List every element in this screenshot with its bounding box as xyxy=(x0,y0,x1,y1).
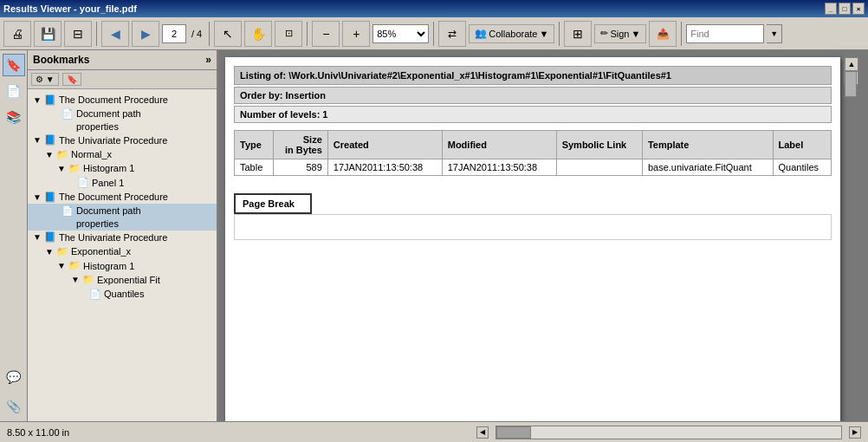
tree-expander-doc-proc-2[interactable]: ▼ xyxy=(31,191,43,203)
close-button[interactable]: × xyxy=(852,3,865,15)
tree-expander-univ-proc-1[interactable]: ▼ xyxy=(31,134,43,146)
tree-item-histogram-2[interactable]: ▼ 📁 Histogram 1 xyxy=(28,259,217,273)
toolbar-separator-5 xyxy=(559,22,560,46)
col-header-type: Type xyxy=(235,131,274,159)
zoom-select[interactable]: 85% 100% 75% 50% 125% 150% xyxy=(372,24,429,43)
attachments-nav-icon[interactable]: 📎 xyxy=(3,395,25,418)
zoom-in-button[interactable]: + xyxy=(342,21,370,47)
tree-item-doc-path-2[interactable]: 📄 Document pathproperties xyxy=(28,204,217,231)
pdf-order-by: Order by: Insertion xyxy=(234,87,832,104)
tree-item-univ-proc-1[interactable]: ▼ 📘 The Univariate Procedure xyxy=(28,133,217,147)
scroll-right-button[interactable]: ▶ xyxy=(849,426,861,439)
pages-nav-icon[interactable]: 📄 xyxy=(3,80,25,102)
tree-item-doc-path-1[interactable]: 📄 Document pathproperties xyxy=(28,107,217,133)
find-dropdown-button[interactable]: ▼ xyxy=(767,24,782,43)
page-icon-quantiles: 📄 xyxy=(88,288,102,300)
horizontal-scrollbar[interactable] xyxy=(496,426,842,439)
tree-label-doc-path-2: Document pathproperties xyxy=(76,205,141,230)
select-tool-button[interactable]: ⊡ xyxy=(275,21,302,47)
page-icon-doc-path-1: 📄 xyxy=(61,107,74,120)
toolbar-separator-6 xyxy=(681,22,682,46)
send-to-button[interactable]: 📤 xyxy=(649,21,677,47)
tree-label-univ-proc-2: The Univariate Procedure xyxy=(59,231,167,244)
tree-label-doc-path-1: Document pathproperties xyxy=(76,107,141,133)
scroll-thumb[interactable] xyxy=(845,71,857,97)
minimize-button[interactable]: _ xyxy=(825,3,837,15)
tree-label-doc-proc-1: The Document Procedure xyxy=(59,94,168,106)
horizontal-scroll-thumb[interactable] xyxy=(496,426,531,439)
tree-expander-normal-x[interactable]: ▼ xyxy=(43,148,55,160)
pdf-data-table: Type Sizein Bytes Created Modified Symbo… xyxy=(234,130,832,176)
scroll-left-button[interactable]: ◀ xyxy=(476,426,489,439)
app-title: Results Viewer - your_file.pdf xyxy=(3,3,137,14)
tree-item-panel-1[interactable]: 📄 Panel 1 xyxy=(28,176,217,190)
maximize-button[interactable]: □ xyxy=(839,3,851,15)
cell-template: base.univariate.FitQuant xyxy=(642,159,773,176)
zoom-out-button[interactable]: − xyxy=(312,21,340,47)
bookmark-title: Bookmarks xyxy=(33,54,89,66)
forward-button[interactable]: ▶ xyxy=(132,21,159,47)
fit-page-button[interactable]: ⊞ xyxy=(564,21,592,47)
comments-nav-icon[interactable]: 💬 xyxy=(3,366,25,388)
bookmark-options-button[interactable]: ⚙ ▼ xyxy=(31,73,59,86)
tree-expander-doc-path-2 xyxy=(54,205,61,217)
toolbar-separator-1 xyxy=(96,22,97,46)
tree-item-quantiles[interactable]: 📄 Quantiles xyxy=(28,287,217,301)
tree-item-histogram-1[interactable]: ▼ 📁 Histogram 1 xyxy=(28,161,217,175)
find-input[interactable] xyxy=(686,24,764,43)
cursor-tool-button[interactable]: ↖ xyxy=(214,21,242,47)
tree-expander-doc-proc-1[interactable]: ▼ xyxy=(31,94,43,106)
bookmark-add-button[interactable]: 🔖 xyxy=(62,73,81,86)
sign-label: Sign xyxy=(610,29,629,39)
tree-expander-histogram-1[interactable]: ▼ xyxy=(55,162,68,174)
tree-item-doc-proc-1[interactable]: ▼ 📘 The Document Procedure xyxy=(28,93,217,107)
layers-nav-icon[interactable]: 📚 xyxy=(3,106,25,128)
bookmark-tree: ▼ 📘 The Document Procedure 📄 Document pa… xyxy=(28,89,217,421)
pdf-listing-path: Listing of: \Work.Univ\Univariate#2\Expo… xyxy=(234,66,832,85)
back-button[interactable]: ◀ xyxy=(101,21,129,47)
toolbar-separator-2 xyxy=(209,22,210,46)
tree-expander-exponential-x[interactable]: ▼ xyxy=(43,245,55,257)
tree-expander-univ-proc-2[interactable]: ▼ xyxy=(31,231,43,244)
bookmark-toolbar: ⚙ ▼ 🔖 xyxy=(28,70,217,89)
tree-expander-histogram-2[interactable]: ▼ xyxy=(55,260,68,272)
tree-item-exponential-x[interactable]: ▼ 📁 Exponential_x xyxy=(28,244,217,258)
bookmark-collapse-button[interactable]: » xyxy=(205,54,211,66)
save-button[interactable]: 💾 xyxy=(34,21,62,47)
window-controls: _ □ × xyxy=(825,3,865,15)
tree-item-univ-proc-2[interactable]: ▼ 📘 The Univariate Procedure xyxy=(28,231,217,244)
col-header-symbolic: Symbolic Link xyxy=(556,131,642,159)
scroll-up-button[interactable]: ▲ xyxy=(845,57,858,71)
col-header-label: Label xyxy=(773,131,831,159)
bookmark-panel-header: Bookmarks » xyxy=(28,50,217,70)
collaborate-dropdown-icon: ▼ xyxy=(540,29,549,39)
col-header-created: Created xyxy=(327,131,442,159)
thumbnail-button[interactable]: ⊟ xyxy=(64,21,92,47)
toolbar: 🖨 💾 ⊟ ◀ ▶ / 4 ↖ ✋ ⊡ − + 85% 100% 75% 50%… xyxy=(0,17,868,50)
pdf-page: Listing of: \Work.Univ\Univariate#2\Expo… xyxy=(225,57,840,421)
folder-icon-histogram-1: 📁 xyxy=(68,162,81,174)
collaborate-label: Collaborate xyxy=(489,29,537,39)
tree-label-exponential-x: Exponential_x xyxy=(71,245,131,257)
print-button[interactable]: 🖨 xyxy=(3,21,31,47)
col-header-size: Sizein Bytes xyxy=(273,131,327,159)
cell-label: Quantiles xyxy=(773,159,831,176)
page-input[interactable] xyxy=(162,24,186,43)
col-header-template: Template xyxy=(642,131,773,159)
title-bar: Results Viewer - your_file.pdf _ □ × xyxy=(0,0,868,17)
toolbar-separator-3 xyxy=(307,22,308,46)
pdf-scrollbar[interactable]: ▲ ▼ xyxy=(844,57,858,85)
send-receive-button[interactable]: ⇄ xyxy=(438,21,466,47)
pdf-viewport[interactable]: Listing of: \Work.Univ\Univariate#2\Expo… xyxy=(218,50,868,421)
tree-expander-exp-fit[interactable]: ▼ xyxy=(69,274,81,286)
hand-tool-button[interactable]: ✋ xyxy=(244,21,272,47)
folder-icon-exp-fit: 📁 xyxy=(81,274,95,286)
tree-item-exp-fit[interactable]: ▼ 📁 Exponential Fit xyxy=(28,273,217,287)
sign-button[interactable]: ✏ Sign ▼ xyxy=(594,24,646,43)
toolbar-separator-4 xyxy=(433,22,434,46)
bookmarks-nav-icon[interactable]: 🔖 xyxy=(3,54,25,76)
main-area: 🔖 📄 📚 💬 📎 Bookmarks » ⚙ ▼ 🔖 ▼ 📘 The Docu… xyxy=(0,50,868,421)
collaborate-button[interactable]: 👥 Collaborate ▼ xyxy=(469,24,554,43)
tree-item-doc-proc-2[interactable]: ▼ 📘 The Document Procedure xyxy=(28,190,217,204)
tree-item-normal-x[interactable]: ▼ 📁 Normal_x xyxy=(28,147,217,161)
